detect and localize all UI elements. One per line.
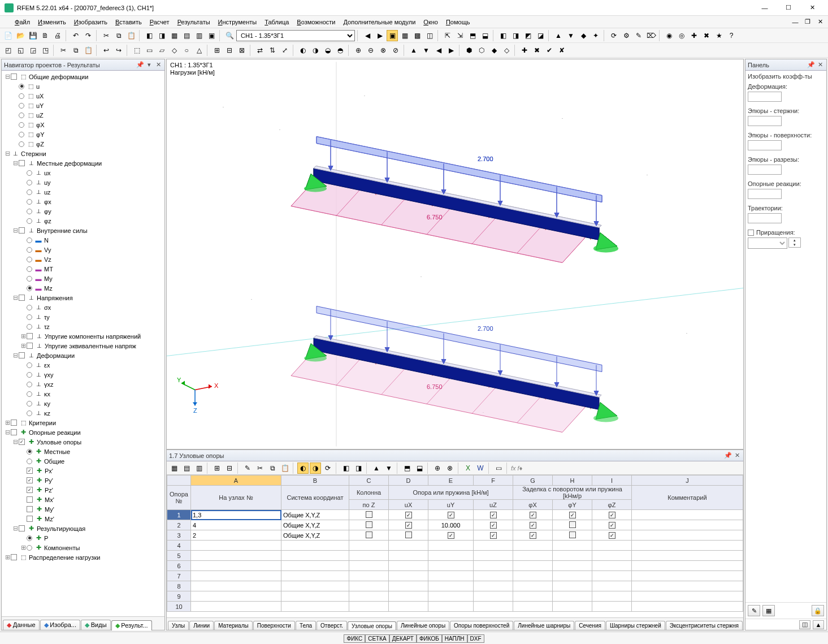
table-row[interactable]: 5 [167,551,743,561]
t12[interactable]: ▲ [553,30,564,41]
tree-node[interactable]: ⊥φy [2,206,164,216]
table-tab-4[interactable]: Тела [296,621,316,630]
t9[interactable]: ◨ [510,30,521,41]
table-row[interactable]: 9 [167,591,743,602]
tool-c[interactable]: ▦ [168,30,180,41]
u11[interactable]: ▭ [144,45,155,56]
tree-node[interactable]: ✓✚Pz' [2,485,164,495]
u22[interactable]: ◐ [297,45,309,56]
t11[interactable]: ◪ [535,30,546,41]
u4[interactable]: ◳ [40,45,51,56]
menu-Помощь[interactable]: Помощь [443,18,474,27]
mdi-minimize-button[interactable]: — [790,18,801,27]
u40[interactable]: ✔ [544,45,555,56]
t16[interactable]: ⟳ [608,30,619,41]
table-tab-11[interactable]: Шарниры стержней [606,621,665,630]
u21[interactable]: ⤢ [279,45,291,56]
rp-incr-combo[interactable] [748,237,787,249]
u25[interactable]: ◓ [335,45,346,56]
tt9[interactable]: 📋 [279,463,291,474]
tt5[interactable]: ⊟ [224,463,235,474]
table-row[interactable]: 8 [167,581,743,591]
u28[interactable]: ⊗ [378,45,389,56]
t14[interactable]: ◆ [578,30,589,41]
tree-node[interactable]: ✚Местные [2,447,164,456]
new-icon[interactable]: 📄 [2,30,14,41]
tt6[interactable]: ✎ [242,463,253,474]
t19[interactable]: ⌦ [645,30,657,41]
tt19[interactable]: ▭ [493,463,504,474]
undo-icon[interactable]: ↶ [70,30,81,41]
t24[interactable]: ★ [713,30,725,41]
tt8[interactable]: ⧉ [267,463,278,474]
tree-node[interactable]: ▬MT [2,264,164,274]
loadcase-combo[interactable]: CH1 - 1.35*ЗГ1 [236,30,355,41]
u6[interactable]: ⧉ [70,45,81,56]
tt14[interactable]: ▼ [383,463,395,474]
tree-node[interactable]: ⊥γxz [2,379,164,389]
t3[interactable]: ◫ [424,30,435,41]
tool-a[interactable]: ◧ [144,30,155,41]
tt10[interactable]: ⟳ [322,463,333,474]
tt11[interactable]: ◧ [340,463,352,474]
u2[interactable]: ◱ [15,45,26,56]
copy-icon[interactable]: ⧉ [113,30,124,41]
u14[interactable]: ○ [181,45,192,56]
tree-node[interactable]: ⊥τz [2,322,164,331]
rp-sec-spin-0[interactable]: ▴▾ [748,92,782,102]
mdi-restore-button[interactable]: ❐ [802,18,813,27]
tree-node[interactable]: ⊟✚Опорные реакции [2,427,164,437]
rp-b2[interactable]: ▲ [813,620,824,629]
u34[interactable]: ⬢ [463,45,475,56]
table-tab-1[interactable]: Линии [189,621,214,630]
tree-node[interactable]: ▬Mz [2,283,164,293]
tree-node[interactable]: ▬Vy [2,245,164,254]
tree-node[interactable]: ⊞⬚Распределение нагрузки [2,552,164,562]
u24[interactable]: ◒ [322,45,333,56]
t20[interactable]: ◉ [664,30,675,41]
t22[interactable]: ✚ [688,30,700,41]
saveall-icon[interactable]: 🗎 [40,30,51,41]
tree-node[interactable]: ✓✚Px' [2,466,164,476]
tt13[interactable]: ▲ [371,463,382,474]
tt18[interactable]: ⊗ [444,463,456,474]
tree-node[interactable]: ⊞⬚Критерии [2,418,164,427]
nav-tab-results[interactable]: ◆ Результ... [111,620,152,630]
u17[interactable]: ⊟ [224,45,235,56]
tool-g[interactable]: 🔍 [224,30,235,41]
table-tab-5[interactable]: Отверст. [317,621,347,630]
table-row[interactable]: 11,3Общие X,Y,Z [167,510,743,520]
tree-node[interactable]: ⊥uy [2,178,164,187]
tree-node[interactable]: ⬚u [2,81,164,91]
nav-next-icon[interactable]: ▶ [374,30,385,41]
tool-e[interactable]: ▥ [193,30,205,41]
table-tab-12[interactable]: Эксцентриситеты стержня [666,621,743,630]
close-pane-icon[interactable]: ✕ [154,61,162,69]
u38[interactable]: ✚ [519,45,530,56]
rp-sec-spin-5[interactable]: ▴▾ [748,213,782,223]
tt4[interactable]: ⊞ [211,463,223,474]
t2[interactable]: ▩ [411,30,423,41]
tool-b[interactable]: ◨ [156,30,167,41]
tree-node[interactable]: ⊟✓✚Узловые опоры [2,437,164,447]
u31[interactable]: ▼ [420,45,432,56]
tt1[interactable]: ▦ [168,463,180,474]
tt3[interactable]: ▥ [193,463,205,474]
table-tab-9[interactable]: Линейные шарниры [514,621,574,630]
rp-btn-grid[interactable]: ▦ [762,605,775,616]
table-tab-10[interactable]: Сечения [575,621,605,630]
tree-node[interactable]: ⊟✚Результирующая [2,524,164,533]
t13[interactable]: ▼ [565,30,576,41]
u3[interactable]: ◲ [27,45,38,56]
rp-b1[interactable]: ◫ [799,620,810,629]
u16[interactable]: ⊞ [211,45,223,56]
t5[interactable]: ⇲ [454,30,466,41]
status-НАПЛН[interactable]: НАПЛН [442,634,467,643]
table-tab-0[interactable]: Узлы [168,621,189,630]
t7[interactable]: ⬓ [479,30,491,41]
tree-node[interactable]: ⊟⊥Напряжения [2,293,164,302]
table-tab-7[interactable]: Линейные опоры [397,621,449,630]
rp-incr-label[interactable]: Приращения: [756,229,795,236]
tree-node[interactable]: ⬚uZ [2,110,164,120]
menu-Файл[interactable]: Файл [11,18,33,27]
